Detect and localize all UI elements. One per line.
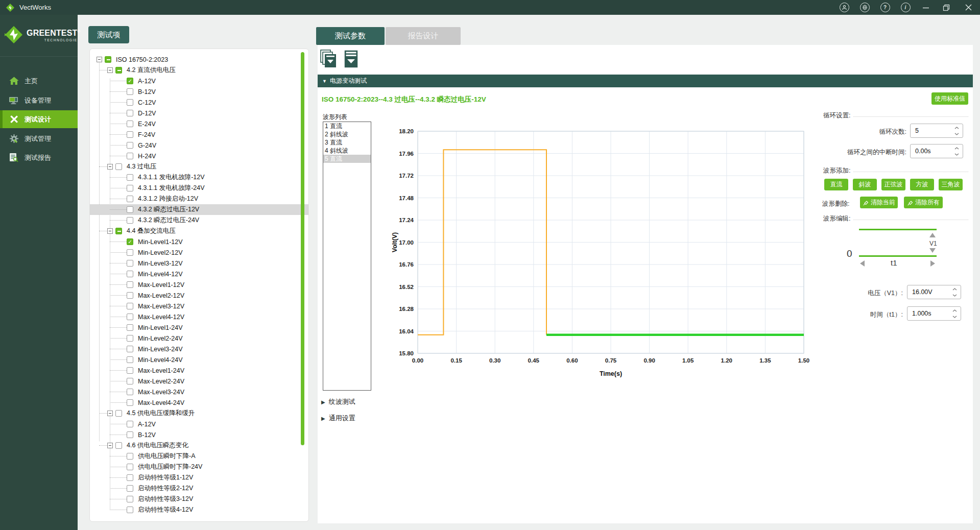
tree-item[interactable]: Max-Level2-12V xyxy=(90,290,308,301)
tree-item[interactable]: Min-Level3-12V xyxy=(90,258,308,269)
tree-checkbox[interactable] xyxy=(127,346,133,352)
tree-checkbox[interactable] xyxy=(127,271,133,277)
tree-checkbox[interactable] xyxy=(127,314,133,320)
tree-item[interactable]: 4.5 供电电压缓降和缓升 xyxy=(90,408,308,419)
tree-checkbox[interactable] xyxy=(127,174,133,181)
tree-checkbox[interactable] xyxy=(127,389,133,395)
tree-checkbox[interactable] xyxy=(127,238,133,245)
sidebar-item-home[interactable]: 主页 xyxy=(0,72,78,90)
tree-item[interactable]: E-24V xyxy=(90,118,308,129)
tree-item[interactable]: 4.3.1.2 跨接启动-12V xyxy=(90,194,308,204)
tree-checkbox[interactable] xyxy=(127,99,133,106)
info-icon[interactable]: i xyxy=(895,0,916,15)
tree-checkbox[interactable] xyxy=(127,78,133,84)
tree-checkbox[interactable] xyxy=(127,110,133,116)
ripple-test-section-header[interactable]: ▶ 纹波测试 xyxy=(321,397,355,406)
power-variation-test-section-header[interactable]: ▼ 电源变动测试 xyxy=(318,75,973,87)
tree-checkbox[interactable] xyxy=(127,121,133,127)
tree-checkbox[interactable] xyxy=(115,442,122,449)
tree-checkbox[interactable] xyxy=(127,335,133,342)
tree-item[interactable]: Max-Level2-24V xyxy=(90,376,308,387)
tree-checkbox[interactable] xyxy=(105,56,111,63)
tree-checkbox[interactable] xyxy=(127,507,133,513)
test-items-tab[interactable]: 测试项 xyxy=(88,26,129,43)
tree-checkbox[interactable] xyxy=(127,474,133,481)
waveform-list-item[interactable]: 1 直流 xyxy=(323,122,371,130)
wave-add-button-2[interactable]: 斜波 xyxy=(853,179,877,190)
tree-item[interactable]: Max-Level4-12V xyxy=(90,311,308,322)
tree-checkbox[interactable] xyxy=(127,421,133,427)
tree-checkbox[interactable] xyxy=(127,88,133,95)
tree-checkbox[interactable] xyxy=(127,378,133,384)
tree-item[interactable]: Min-Level1-24V xyxy=(90,322,308,333)
tree-checkbox[interactable] xyxy=(127,217,133,224)
minimize-icon[interactable] xyxy=(916,0,936,15)
tree-checkbox[interactable] xyxy=(115,163,122,170)
stepper-arrows[interactable] xyxy=(954,147,959,156)
tree-checkbox[interactable] xyxy=(127,399,133,406)
tree-item[interactable]: ISO 16750-2:2023 xyxy=(90,54,308,65)
voltage-decrease-arrow[interactable] xyxy=(929,248,936,253)
tab-report-design[interactable]: 报告设计 xyxy=(386,27,461,45)
tree-item[interactable]: B-12V xyxy=(90,429,308,440)
collapse-all-icon[interactable] xyxy=(344,50,358,70)
tree-item[interactable]: C-12V xyxy=(90,97,308,108)
tree-item[interactable]: 启动特性等级1-12V xyxy=(90,472,308,483)
tree-item[interactable]: 4.3 过电压 xyxy=(90,161,308,172)
sidebar-item-test-management[interactable]: 测试管理 xyxy=(0,130,78,148)
tree-item[interactable]: Max-Level1-12V xyxy=(90,279,308,290)
tree-checkbox[interactable] xyxy=(127,453,133,460)
wave-add-button-1[interactable]: 直流 xyxy=(824,179,848,190)
tree-item[interactable]: 启动特性等级3-12V xyxy=(90,494,308,504)
tree-item[interactable]: 4.4 叠加交流电压 xyxy=(90,226,308,236)
loop-interrupt-stepper[interactable]: 0.00s xyxy=(910,144,963,158)
tree-item[interactable]: Min-Level2-24V xyxy=(90,333,308,344)
network-icon[interactable] xyxy=(854,0,875,15)
tree-checkbox[interactable] xyxy=(115,410,122,417)
wave-add-button-5[interactable]: 三角波 xyxy=(939,179,963,190)
tree-checkbox[interactable] xyxy=(127,367,133,374)
time-decrease-arrow[interactable] xyxy=(860,260,865,267)
tree-checkbox[interactable] xyxy=(127,153,133,159)
tree-checkbox[interactable] xyxy=(127,131,133,138)
tree-item[interactable]: Max-Level3-24V xyxy=(90,387,308,397)
tree-item[interactable]: A-12V xyxy=(90,419,308,429)
waveform-list-item[interactable]: 2 斜线波 xyxy=(323,130,371,138)
user-icon[interactable] xyxy=(834,0,854,15)
tree-checkbox[interactable] xyxy=(127,324,133,331)
tree-checkbox[interactable] xyxy=(127,281,133,288)
tree-checkbox[interactable] xyxy=(127,431,133,438)
tree-item[interactable]: Min-Level4-12V xyxy=(90,269,308,279)
tree-item[interactable]: Min-Level4-24V xyxy=(90,354,308,365)
voltage-increase-arrow[interactable] xyxy=(929,233,936,237)
tree-item[interactable]: 4.3.2 瞬态过电压-24V xyxy=(90,215,308,226)
tree-item[interactable]: 供电电压瞬时下降-A xyxy=(90,451,308,462)
stepper-arrows[interactable] xyxy=(952,288,957,297)
tree-checkbox[interactable] xyxy=(127,292,133,299)
tree-checkbox[interactable] xyxy=(127,249,133,256)
clear-all-button[interactable]: 清除所有 xyxy=(904,197,943,208)
tree-item[interactable]: B-12V xyxy=(90,86,308,97)
tree-item[interactable]: H-24V xyxy=(90,151,308,161)
tree-item[interactable]: G-24V xyxy=(90,140,308,151)
waveform-list-item[interactable]: 4 斜线波 xyxy=(323,147,371,155)
tree-expander-icon[interactable] xyxy=(107,228,113,234)
tree-checkbox[interactable] xyxy=(127,496,133,502)
expand-all-icon[interactable] xyxy=(320,50,337,70)
tree-item[interactable]: F-24V xyxy=(90,129,308,140)
tree-checkbox[interactable] xyxy=(127,185,133,191)
tree-item[interactable]: 4.3.1.1 发电机故障-12V xyxy=(90,172,308,183)
tree-expander-icon[interactable] xyxy=(97,57,102,62)
sidebar-item-device-management[interactable]: 设备管理 xyxy=(0,91,78,109)
tree-item[interactable]: Min-Level3-24V xyxy=(90,344,308,354)
tree-item[interactable]: 启动特性等级4-12V xyxy=(90,504,308,515)
stepper-arrows[interactable] xyxy=(954,127,959,135)
tab-test-parameters[interactable]: 测试参数 xyxy=(316,27,385,45)
tree-checkbox[interactable] xyxy=(127,356,133,363)
tree-expander-icon[interactable] xyxy=(107,443,113,448)
tree-expander-icon[interactable] xyxy=(107,67,113,73)
tree-item[interactable]: Max-Level4-24V xyxy=(90,397,308,408)
tree-item[interactable]: 启动特性等级2-12V xyxy=(90,483,308,494)
tree-item[interactable]: Min-Level2-12V xyxy=(90,247,308,258)
tree-item[interactable]: Min-Level1-12V xyxy=(90,236,308,247)
